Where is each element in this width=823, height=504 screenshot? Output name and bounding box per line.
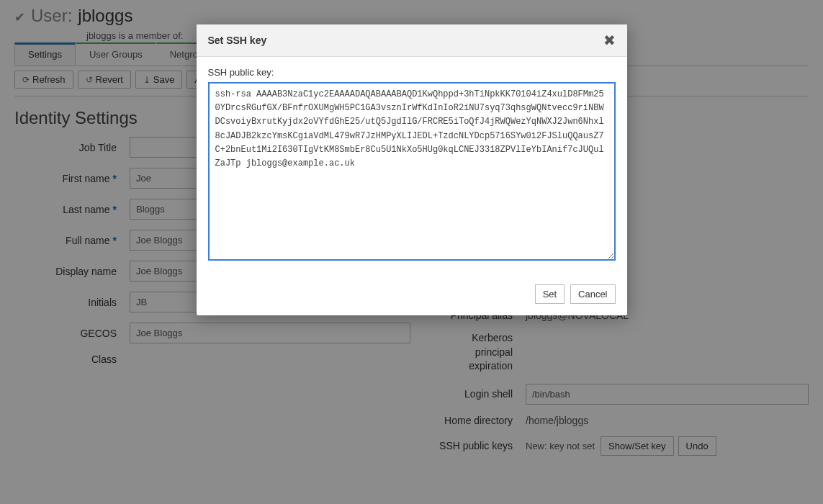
ssh-key-modal: Set SSH key ✖ SSH public key: Set Cancel	[197, 24, 627, 315]
modal-title: Set SSH key	[208, 35, 267, 46]
ssh-key-label: SSH public key:	[208, 67, 616, 78]
close-icon[interactable]: ✖	[603, 33, 616, 48]
set-button[interactable]: Set	[535, 284, 565, 304]
ssh-key-textarea[interactable]	[208, 82, 616, 261]
cancel-button[interactable]: Cancel	[570, 284, 615, 304]
